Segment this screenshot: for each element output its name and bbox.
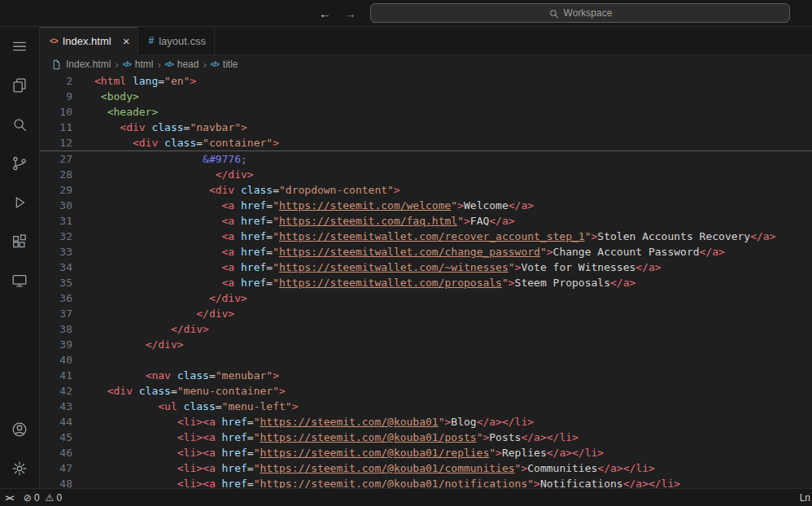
remote-explorer-button[interactable] — [0, 261, 39, 300]
code-line[interactable]: 39 </div> — [40, 337, 812, 352]
search-button[interactable] — [0, 105, 39, 144]
code-text[interactable]: <a href="https://steemitwallet.com/propo… — [94, 275, 635, 290]
line-number[interactable]: 40 — [40, 352, 72, 368]
breadcrumb-head[interactable]: head — [177, 59, 199, 70]
code-line[interactable]: 44 <li><a href="https://steemit.com/@kou… — [40, 414, 812, 430]
code-text[interactable]: <a href="https://steemitwallet.com/~witn… — [94, 260, 661, 275]
line-number[interactable]: 33 — [40, 244, 72, 260]
code-text[interactable]: </div> — [94, 306, 234, 321]
line-number[interactable]: 38 — [40, 321, 72, 337]
line-number[interactable]: 32 — [40, 229, 72, 244]
breadcrumb-title[interactable]: title — [223, 59, 238, 70]
line-number[interactable]: 30 — [40, 198, 72, 213]
code-text[interactable]: <div class="container"> — [94, 135, 279, 150]
code-line[interactable]: 11 <div class="navbar"> — [40, 120, 812, 135]
code-line[interactable]: 47 <li><a href="https://steemit.com/@kou… — [40, 460, 812, 476]
code-text[interactable]: <body> — [94, 89, 139, 104]
line-number[interactable]: 39 — [40, 337, 72, 352]
tab-index-html[interactable]: <> Index.html × — [40, 27, 138, 55]
tab-layout-css[interactable]: # layout.css — [138, 27, 215, 55]
code-area[interactable]: 27 &#9776;28 </div>29 <div class="dropdo… — [40, 151, 812, 488]
code-line[interactable]: 43 <ul class="menu-left"> — [40, 399, 812, 414]
line-number[interactable]: 2 — [40, 73, 72, 89]
back-icon[interactable]: ← — [319, 7, 331, 20]
code-line[interactable]: 46 <li><a href="https://steemit.com/@kou… — [40, 445, 812, 460]
code-text[interactable]: <a href="https://steemitwallet.com/recov… — [94, 229, 776, 244]
code-text[interactable]: <html lang="en"> — [94, 73, 196, 89]
line-number[interactable]: 47 — [40, 460, 72, 476]
code-text[interactable]: <li><a href="https://steemit.com/@kouba0… — [94, 476, 680, 488]
code-text[interactable]: <li><a href="https://steemit.com/@kouba0… — [94, 414, 534, 430]
line-number[interactable]: 35 — [40, 275, 72, 290]
code-line[interactable]: 28 </div> — [40, 167, 812, 182]
cursor-position[interactable]: Ln — [800, 492, 810, 504]
line-number[interactable]: 29 — [40, 182, 72, 198]
line-number[interactable]: 42 — [40, 383, 72, 399]
line-number[interactable]: 45 — [40, 430, 72, 445]
line-number[interactable]: 37 — [40, 306, 72, 321]
line-number[interactable]: 34 — [40, 260, 72, 275]
code-text[interactable]: <div class="navbar"> — [94, 120, 247, 135]
code-line[interactable]: 30 <a href="https://steemit.com/welcome"… — [40, 198, 812, 213]
code-line[interactable]: 9 <body> — [40, 89, 812, 104]
code-line[interactable]: 12 <div class="container"> — [40, 135, 812, 150]
explorer-button[interactable] — [0, 66, 39, 105]
line-number[interactable]: 46 — [40, 445, 72, 460]
code-text[interactable]: <a href="https://steemit.com/welcome">We… — [94, 198, 534, 213]
line-number[interactable]: 28 — [40, 167, 72, 182]
code-text[interactable]: </div> — [94, 321, 209, 337]
forward-icon[interactable]: → — [344, 7, 356, 20]
problems-status[interactable]: ⊘ 0 ⚠ 0 — [24, 492, 62, 504]
account-button[interactable] — [0, 410, 39, 449]
code-line[interactable]: 34 <a href="https://steemitwallet.com/~w… — [40, 260, 812, 275]
line-number[interactable]: 27 — [40, 151, 72, 167]
code-text[interactable]: <a href="https://steemitwallet.com/chang… — [94, 244, 725, 260]
breadcrumb-file[interactable]: Index.html — [66, 59, 111, 70]
code-text[interactable]: <ul class="menu-left"> — [94, 399, 298, 414]
line-number[interactable]: 36 — [40, 290, 72, 306]
code-line[interactable]: 31 <a href="https://steemit.com/faq.html… — [40, 213, 812, 229]
code-line[interactable]: 32 <a href="https://steemitwallet.com/re… — [40, 229, 812, 244]
code-line[interactable]: 37 </div> — [40, 306, 812, 321]
code-line[interactable]: 35 <a href="https://steemitwallet.com/pr… — [40, 275, 812, 290]
breadcrumb-html[interactable]: html — [135, 59, 154, 70]
line-number[interactable]: 12 — [40, 135, 72, 150]
code-line[interactable]: 27 &#9776; — [40, 151, 812, 167]
code-line[interactable]: 48 <li><a href="https://steemit.com/@kou… — [40, 476, 812, 488]
code-line[interactable]: 29 <div class="dropdown-content"> — [40, 182, 812, 198]
code-line[interactable]: 40 — [40, 352, 812, 368]
code-line[interactable]: 38 </div> — [40, 321, 812, 337]
line-number[interactable]: 11 — [40, 120, 72, 135]
code-text[interactable]: </div> — [94, 290, 247, 306]
code-line[interactable]: 2<html lang="en"> — [40, 73, 812, 89]
command-center-search[interactable]: Workspace — [370, 3, 790, 23]
source-control-button[interactable] — [0, 144, 39, 183]
code-line[interactable]: 36 </div> — [40, 290, 812, 306]
line-number[interactable]: 9 — [40, 89, 72, 104]
code-text[interactable]: <li><a href="https://steemit.com/@kouba0… — [94, 430, 578, 445]
close-tab-icon[interactable]: × — [123, 35, 130, 47]
settings-button[interactable] — [0, 449, 39, 488]
code-text[interactable]: <div class="menu-container"> — [94, 383, 286, 399]
line-number[interactable]: 10 — [40, 104, 72, 120]
code-text[interactable]: <a href="https://steemit.com/faq.html">F… — [94, 213, 515, 229]
code-text[interactable]: </div> — [94, 337, 184, 352]
code-text[interactable]: &#9776; — [94, 151, 247, 167]
remote-indicator-icon[interactable]: >< — [6, 493, 14, 503]
code-text[interactable]: </div> — [94, 167, 254, 182]
code-text[interactable]: <header> — [94, 104, 158, 120]
code-line[interactable]: 10 <header> — [40, 104, 812, 120]
code-line[interactable]: 45 <li><a href="https://steemit.com/@kou… — [40, 430, 812, 445]
run-and-debug-button[interactable] — [0, 183, 39, 222]
code-line[interactable]: 33 <a href="https://steemitwallet.com/ch… — [40, 244, 812, 260]
line-number[interactable]: 43 — [40, 399, 72, 414]
menu-button[interactable] — [0, 27, 39, 66]
line-number[interactable]: 44 — [40, 414, 72, 430]
line-number[interactable]: 31 — [40, 213, 72, 229]
line-number[interactable]: 48 — [40, 476, 72, 488]
code-text[interactable]: <nav class="menubar"> — [94, 368, 279, 383]
extensions-button[interactable] — [0, 222, 39, 261]
code-text[interactable]: <li><a href="https://steemit.com/@kouba0… — [94, 460, 655, 476]
code-line[interactable]: 42 <div class="menu-container"> — [40, 383, 812, 399]
code-line[interactable]: 41 <nav class="menubar"> — [40, 368, 812, 383]
